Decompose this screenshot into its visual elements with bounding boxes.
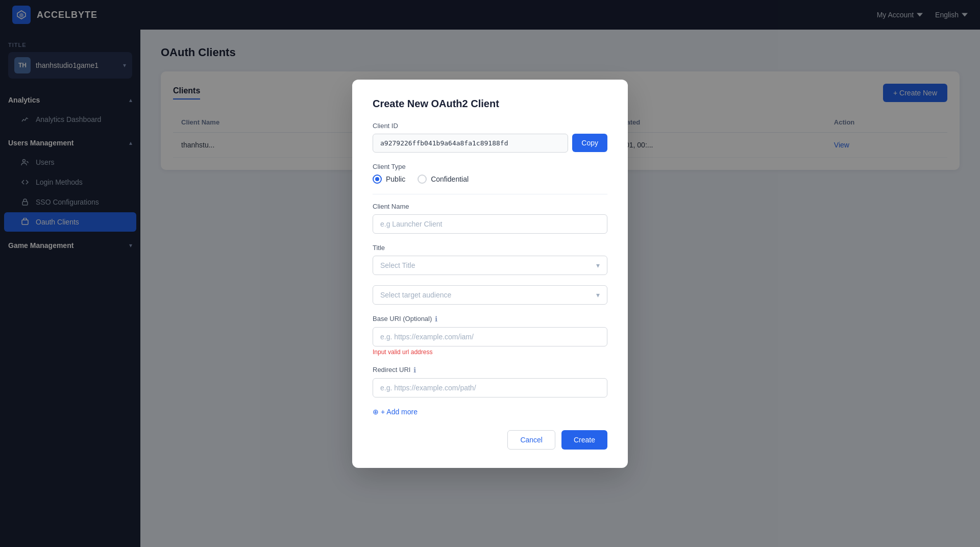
- base-uri-input[interactable]: [373, 327, 607, 346]
- target-audience-select[interactable]: Select target audience ▾: [373, 285, 607, 305]
- add-more-label: + Add more: [381, 408, 418, 416]
- cancel-button[interactable]: Cancel: [507, 430, 555, 450]
- title-select[interactable]: Select Title ▾: [373, 256, 607, 275]
- client-id-group: Client ID Copy: [373, 122, 607, 153]
- radio-group: Public Confidential: [373, 175, 607, 184]
- client-id-input[interactable]: [373, 134, 568, 153]
- modal-overlay: Create New OAuth2 Client Client ID Copy …: [0, 0, 980, 547]
- client-type-label: Client Type: [373, 163, 607, 170]
- radio-public[interactable]: Public: [373, 175, 405, 184]
- copy-button[interactable]: Copy: [572, 134, 607, 152]
- divider: [373, 194, 607, 194]
- base-uri-group: Base URI (Optional) ℹ Input valid url ad…: [373, 315, 607, 356]
- redirect-uri-label: Redirect URI ℹ: [373, 366, 607, 374]
- radio-confidential-label: Confidential: [431, 175, 469, 183]
- radio-confidential-dot: [418, 175, 427, 184]
- client-name-group: Client Name: [373, 203, 607, 234]
- client-name-input[interactable]: [373, 214, 607, 234]
- add-more-icon: ⊕: [373, 408, 379, 416]
- add-more-button[interactable]: ⊕ + Add more: [373, 408, 607, 416]
- radio-confidential[interactable]: Confidential: [418, 175, 469, 184]
- target-audience-chevron-icon: ▾: [596, 291, 600, 299]
- target-audience-group: Select target audience ▾: [373, 285, 607, 305]
- radio-public-label: Public: [386, 175, 405, 183]
- radio-public-dot: [373, 175, 382, 184]
- base-uri-label: Base URI (Optional) ℹ: [373, 315, 607, 323]
- redirect-uri-info-icon: ℹ: [413, 366, 416, 374]
- redirect-uri-input[interactable]: [373, 378, 607, 397]
- client-id-row: Copy: [373, 134, 607, 153]
- redirect-uri-group: Redirect URI ℹ: [373, 366, 607, 397]
- title-select-placeholder: Select Title: [380, 261, 415, 269]
- modal-footer: Cancel Create: [373, 430, 607, 450]
- title-group: Title Select Title ▾: [373, 244, 607, 275]
- client-name-label: Client Name: [373, 203, 607, 210]
- title-select-chevron-icon: ▾: [596, 261, 600, 269]
- target-audience-placeholder: Select target audience: [380, 291, 451, 299]
- client-type-group: Client Type Public Confidential: [373, 163, 607, 184]
- base-uri-info-icon: ℹ: [435, 315, 437, 323]
- title-label: Title: [373, 244, 607, 252]
- base-uri-error: Input valid url address: [373, 349, 607, 356]
- create-oauth-modal: Create New OAuth2 Client Client ID Copy …: [352, 80, 628, 468]
- modal-title: Create New OAuth2 Client: [373, 98, 607, 110]
- client-id-label: Client ID: [373, 122, 607, 130]
- submit-button[interactable]: Create: [561, 430, 607, 450]
